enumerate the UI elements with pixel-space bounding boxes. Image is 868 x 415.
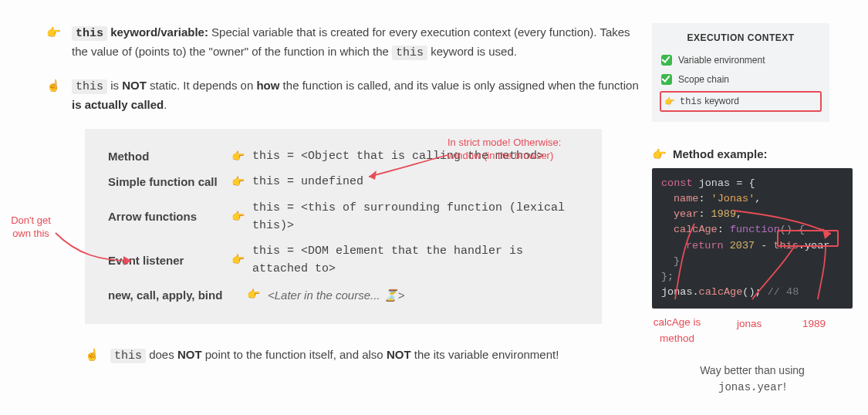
- point-not-static: ☝️ this is NOT static. It depends on how…: [46, 76, 640, 114]
- context-item-this: 👉 this keyword: [660, 91, 822, 113]
- pointer-icon: 👉: [231, 208, 245, 225]
- highlight-this-year: [777, 230, 839, 247]
- context-item-scope: Scope chain: [660, 71, 822, 89]
- execution-context-box: EXECUTION CONTEXT Variable environment S…: [652, 23, 829, 122]
- label-calcage: calcAge is method: [648, 315, 706, 347]
- pointer-icon: 👉: [231, 148, 245, 165]
- point-text: this keyword/variable: Special variable …: [72, 23, 640, 62]
- closing-remark: Way better than using jonas.year!: [652, 363, 853, 396]
- point-text: this does NOT point to the function itse…: [110, 346, 559, 365]
- pointer-icon: 👉: [664, 95, 675, 108]
- row-later: new, call, apply, bind 👉 <Later in the c…: [108, 286, 579, 304]
- row-arrow: Arrow functions 👉 this = <this of surrou…: [108, 199, 579, 235]
- pointer-icon: 👉: [652, 145, 667, 163]
- finger-up-icon: ☝️: [85, 346, 100, 365]
- point-definition: 👉 this keyword/variable: Special variabl…: [46, 23, 640, 62]
- annotation-no-own-this: Don't get own this: [8, 214, 54, 241]
- pointer-icon: 👉: [231, 174, 245, 191]
- row-event: Event listener 👉 this = <DOM element tha…: [108, 242, 579, 278]
- context-item-var-env: Variable environment: [660, 52, 822, 69]
- annotation-strict-mode: In strict mode! Otherwise: window (in th…: [448, 137, 586, 163]
- code-labels: calcAge is method jonas 1989: [652, 309, 853, 355]
- point-not-function: ☝️ this does NOT point to the function i…: [85, 346, 640, 365]
- check-icon: [661, 55, 672, 66]
- row-simple: Simple function call 👉 this = undefined: [108, 173, 579, 191]
- pointer-icon: 👉: [231, 251, 245, 268]
- rules-table: Method 👉 this = <Object that is calling …: [85, 129, 602, 324]
- method-example-title: 👉 Method example:: [652, 145, 853, 163]
- finger-up-icon: ☝️: [46, 76, 61, 114]
- check-icon: [661, 74, 672, 85]
- pointer-icon: 👉: [247, 286, 260, 303]
- code-example: const jonas = { name: 'Jonas', year: 198…: [652, 168, 853, 309]
- point-text: this is NOT static. It depends on how th…: [72, 76, 640, 114]
- context-title: EXECUTION CONTEXT: [660, 31, 822, 46]
- label-jonas: jonas: [737, 316, 762, 332]
- pointer-icon: 👉: [46, 23, 61, 62]
- label-1989: 1989: [802, 316, 826, 332]
